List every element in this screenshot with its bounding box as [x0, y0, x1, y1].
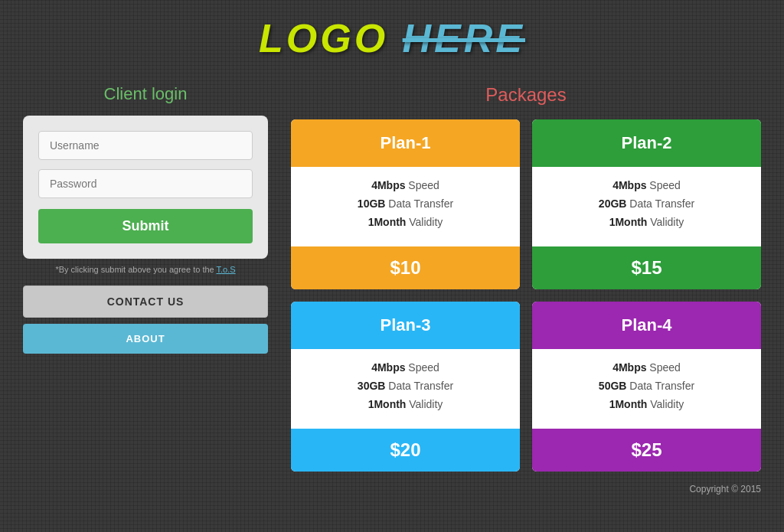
- plan-features-2: 4Mbps Speed 20GB Data Transfer 1Month Va…: [532, 167, 761, 246]
- submit-button[interactable]: Submit: [38, 209, 253, 243]
- plan-header-3: Plan-3: [291, 302, 520, 349]
- plan-card-1[interactable]: Plan-1 4Mbps Speed 10GB Data Transfer 1M…: [291, 119, 520, 289]
- main-content: Client login Submit *By clicking submit …: [23, 84, 761, 494]
- packages-title: Packages: [291, 84, 761, 106]
- left-panel: Client login Submit *By clicking submit …: [23, 84, 268, 354]
- copyright: Copyright © 2015: [291, 484, 761, 494]
- plan-header-2: Plan-2: [532, 119, 761, 167]
- client-login-title: Client login: [23, 84, 268, 104]
- plan-features-4: 4Mbps Speed 50GB Data Transfer 1Month Va…: [532, 349, 761, 429]
- plan-card-3[interactable]: Plan-3 4Mbps Speed 30GB Data Transfer 1M…: [291, 302, 520, 472]
- plan-header-4: Plan-4: [532, 302, 761, 349]
- plan-card-4[interactable]: Plan-4 4Mbps Speed 50GB Data Transfer 1M…: [532, 302, 761, 472]
- plan-price-1: $10: [291, 246, 520, 289]
- plan-card-2[interactable]: Plan-2 4Mbps Speed 20GB Data Transfer 1M…: [532, 119, 761, 289]
- logo-part1: LOGO: [259, 16, 388, 60]
- tos-link[interactable]: T.o.S: [217, 265, 236, 274]
- plans-grid: Plan-1 4Mbps Speed 10GB Data Transfer 1M…: [291, 119, 761, 472]
- logo-area: LOGO HERE: [23, 15, 761, 61]
- plan-price-4: $25: [532, 429, 761, 472]
- plan-price-2: $15: [532, 246, 761, 289]
- logo-part2: HERE: [403, 16, 525, 60]
- about-button[interactable]: ABOUT: [23, 324, 268, 354]
- login-box: Submit: [23, 116, 268, 259]
- password-input[interactable]: [38, 169, 253, 198]
- plan-features-3: 4Mbps Speed 30GB Data Transfer 1Month Va…: [291, 349, 520, 429]
- tos-notice: *By clicking submit above you agree to t…: [23, 265, 268, 274]
- plan-features-1: 4Mbps Speed 10GB Data Transfer 1Month Va…: [291, 167, 520, 246]
- contact-us-button[interactable]: CONTACT US: [23, 286, 268, 318]
- plan-header-1: Plan-1: [291, 119, 520, 167]
- plan-price-3: $20: [291, 429, 520, 472]
- right-panel: Packages Plan-1 4Mbps Speed 10GB Data Tr…: [291, 84, 761, 494]
- username-input[interactable]: [38, 131, 253, 160]
